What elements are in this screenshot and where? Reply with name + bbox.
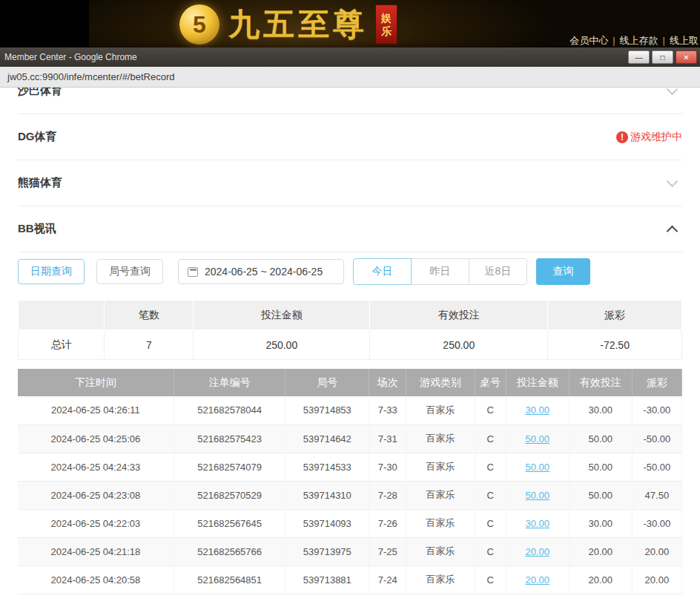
window-titlebar[interactable]: Member Center - Google Chrome — □ ✕ bbox=[0, 47, 700, 67]
nav-member-center[interactable]: 会员中心 bbox=[569, 35, 608, 46]
session: 7-28 bbox=[369, 481, 406, 509]
valid-bet: 30.00 bbox=[569, 396, 632, 424]
round-number: 539713881 bbox=[285, 565, 369, 594]
bet-table-body: 2024-06-25 04:26:11521682578044539714853… bbox=[18, 396, 682, 594]
column-header: 投注金额 bbox=[506, 369, 569, 396]
payout: -30.00 bbox=[632, 396, 681, 424]
valid-bet: 50.00 bbox=[569, 481, 632, 509]
payout: 47.50 bbox=[632, 481, 681, 509]
order-number: 521682564851 bbox=[174, 565, 285, 594]
session: 7-24 bbox=[369, 565, 406, 594]
valid-bet: 20.00 bbox=[569, 537, 632, 565]
round-number: 539714093 bbox=[285, 509, 369, 537]
section-panda-sports[interactable]: 熊猫体育 bbox=[18, 160, 682, 206]
bet-amount-link[interactable]: 50.00 bbox=[525, 433, 549, 445]
table-row: 2024-06-25 04:25:06521682575423539714642… bbox=[18, 424, 682, 453]
bet-time: 2024-06-25 04:23:08 bbox=[18, 481, 174, 509]
table-number: C bbox=[475, 453, 506, 481]
game-type: 百家乐 bbox=[406, 424, 475, 453]
payout: -30.00 bbox=[632, 509, 681, 537]
summary-count: 7 bbox=[105, 330, 194, 360]
table-number: C bbox=[475, 424, 506, 453]
session: 7-31 bbox=[369, 424, 406, 453]
bet-amount: 50.00 bbox=[506, 481, 569, 509]
logo-title: 九五至尊 bbox=[228, 4, 368, 45]
quick-yesterday-button[interactable]: 昨日 bbox=[411, 258, 469, 285]
bet-amount-link[interactable]: 30.00 bbox=[525, 404, 549, 416]
bet-amount-link[interactable]: 50.00 bbox=[525, 462, 549, 473]
session: 7-26 bbox=[369, 509, 406, 537]
payout: 20.00 bbox=[632, 565, 681, 594]
game-type: 百家乐 bbox=[406, 396, 475, 424]
bet-amount: 30.00 bbox=[506, 509, 569, 537]
game-type: 百家乐 bbox=[406, 509, 475, 537]
window-controls: — □ ✕ bbox=[628, 50, 697, 64]
round-number: 539714853 bbox=[285, 396, 369, 424]
search-button[interactable]: 查询 bbox=[536, 258, 590, 285]
tab-round-query[interactable]: 局号查询 bbox=[96, 259, 163, 284]
bet-amount-link[interactable]: 20.00 bbox=[525, 546, 549, 557]
table-row: 2024-06-25 04:20:58521682564851539713881… bbox=[18, 565, 682, 594]
address-bar[interactable]: jw05.cc:9900/infe/mcenter/#/betRecord bbox=[0, 67, 700, 88]
nav-separator: | bbox=[612, 35, 615, 46]
summary-bet-amount: 250.00 bbox=[194, 330, 370, 360]
column-header: 派彩 bbox=[632, 369, 681, 396]
bet-amount: 20.00 bbox=[506, 565, 569, 594]
table-row: 2024-06-25 04:23:08521682570529539714310… bbox=[18, 481, 682, 509]
summary-header-bet-amount: 投注金额 bbox=[194, 301, 370, 330]
game-type: 百家乐 bbox=[406, 565, 475, 594]
table-row: 2024-06-25 04:22:03521682567645539714093… bbox=[18, 509, 682, 537]
nav-online-deposit[interactable]: 线上存款 bbox=[620, 35, 658, 46]
valid-bet: 50.00 bbox=[569, 453, 632, 481]
summary-total-label: 总计 bbox=[19, 330, 105, 360]
order-number: 521682565766 bbox=[174, 537, 285, 565]
page-content: 沙巴体育 DG体育 游戏维护中 熊猫体育 BB视讯 日期查询 局号查询 2024… bbox=[0, 88, 700, 610]
tab-date-query[interactable]: 日期查询 bbox=[18, 259, 85, 284]
column-header: 局号 bbox=[285, 369, 369, 396]
game-type: 百家乐 bbox=[406, 481, 475, 509]
bet-amount-link[interactable]: 50.00 bbox=[525, 490, 549, 501]
session: 7-33 bbox=[369, 396, 406, 424]
bet-table-header-row: 下注时间注单编号局号场次游戏类别桌号投注金额有效投注派彩 bbox=[18, 369, 682, 396]
valid-bet: 30.00 bbox=[569, 509, 632, 537]
column-header: 注单编号 bbox=[174, 369, 285, 396]
maintenance-badge: 游戏维护中 bbox=[616, 131, 682, 144]
summary-header-count: 笔数 bbox=[105, 301, 194, 330]
payout: 20.00 bbox=[632, 537, 681, 565]
bet-records-table: 下注时间注单编号局号场次游戏类别桌号投注金额有效投注派彩 2024-06-25 … bbox=[18, 369, 682, 594]
quick-last8days-button[interactable]: 近8日 bbox=[469, 258, 527, 285]
site-logo: 5 九五至尊 娱 乐 bbox=[179, 4, 397, 45]
maximize-button[interactable]: □ bbox=[652, 50, 673, 64]
minimize-button[interactable]: — bbox=[628, 50, 650, 64]
game-type: 百家乐 bbox=[406, 537, 475, 565]
date-range-value: 2024-06-25 ~ 2024-06-25 bbox=[205, 266, 323, 278]
payout: -50.00 bbox=[632, 424, 681, 453]
summary-header-valid-bet: 有效投注 bbox=[370, 301, 548, 330]
nav-online-withdraw[interactable]: 线上取 bbox=[670, 35, 699, 46]
round-number: 539713975 bbox=[285, 537, 369, 565]
bet-amount: 50.00 bbox=[506, 424, 569, 453]
section-saba-sports[interactable]: 沙巴体育 bbox=[18, 88, 682, 114]
section-bb-video[interactable]: BB视讯 bbox=[18, 206, 682, 252]
column-header: 场次 bbox=[369, 369, 406, 396]
bet-time: 2024-06-25 04:24:33 bbox=[18, 453, 174, 481]
top-nav: 会员中心|线上存款|线上取 bbox=[569, 34, 699, 47]
summary-header-row: 笔数 投注金额 有效投注 派彩 bbox=[19, 301, 682, 330]
order-number: 521682567645 bbox=[174, 509, 285, 537]
summary-valid-bet: 250.00 bbox=[370, 330, 548, 360]
quick-today-button[interactable]: 今日 bbox=[353, 258, 412, 285]
section-dg-sports[interactable]: DG体育 游戏维护中 bbox=[18, 114, 682, 160]
column-header: 下注时间 bbox=[18, 369, 174, 396]
order-number: 521682575423 bbox=[174, 424, 285, 453]
date-range-picker[interactable]: 2024-06-25 ~ 2024-06-25 bbox=[178, 259, 344, 284]
bet-amount-link[interactable]: 30.00 bbox=[525, 518, 549, 529]
close-button[interactable]: ✕ bbox=[676, 50, 697, 64]
table-row: 2024-06-25 04:24:33521682574079539714533… bbox=[18, 453, 682, 481]
bet-amount-link[interactable]: 20.00 bbox=[525, 574, 549, 586]
summary-total-row: 总计 7 250.00 250.00 -72.50 bbox=[19, 330, 682, 360]
logo-badge-top: 娱 bbox=[381, 11, 392, 24]
section-label: 沙巴体育 bbox=[18, 88, 62, 98]
session: 7-30 bbox=[369, 453, 406, 481]
order-number: 521682578044 bbox=[174, 396, 285, 424]
summary-header-payout: 派彩 bbox=[548, 301, 682, 330]
